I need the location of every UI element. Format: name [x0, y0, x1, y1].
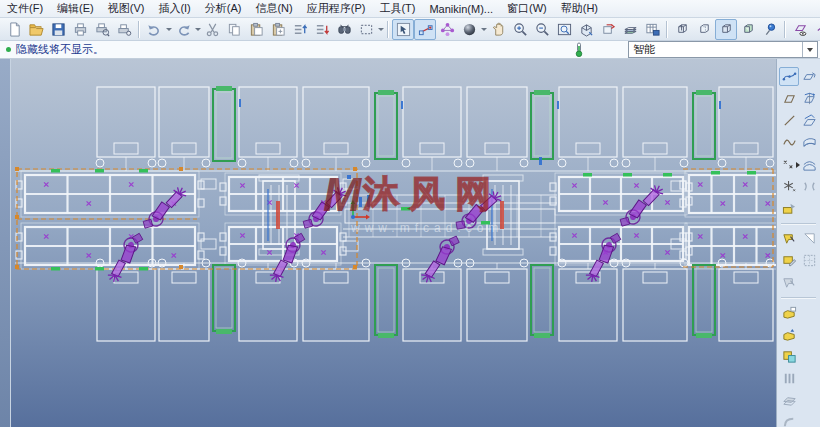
pin-icon[interactable]: [759, 19, 781, 40]
zoom-window-icon[interactable]: [553, 19, 575, 40]
menu-help[interactable]: 帮助(H): [554, 0, 605, 17]
empty-slot: [799, 369, 819, 388]
line-tool-icon[interactable]: [779, 111, 799, 130]
open-folder-icon[interactable]: [25, 19, 47, 40]
measure-surface-icon[interactable]: [789, 19, 811, 40]
curve-tool-icon[interactable]: [779, 133, 799, 152]
empty-slot: [799, 303, 819, 322]
menu-analysis[interactable]: 分析(A): [198, 0, 249, 17]
join-surface-tool-icon[interactable]: [799, 177, 819, 196]
marquee-select-icon[interactable]: [355, 19, 377, 40]
empty-slot: [799, 273, 819, 292]
menu-applications[interactable]: 应用程序(P): [300, 0, 373, 17]
empty-slot: [799, 325, 819, 344]
plane-tool-icon[interactable]: [779, 89, 799, 108]
menu-view[interactable]: 视图(V): [101, 0, 152, 17]
info-bar: 隐藏线将不显示。 智能: [0, 41, 820, 59]
grid-snap-tool-icon[interactable]: [799, 251, 819, 270]
viewpoint-icon[interactable]: [597, 19, 619, 40]
corner-trim-tool-icon[interactable]: [799, 229, 819, 248]
thermometer-icon: [572, 42, 586, 57]
3d-viewport[interactable]: M 沐风网 www.mfcad.com: [11, 59, 776, 427]
sketch-edit-tool-icon[interactable]: [779, 251, 799, 270]
menu-bar: 文件(F) 编辑(E) 视图(V) 插入(I) 分析(A) 信息(N) 应用程序…: [0, 0, 820, 18]
new-document-icon[interactable]: [3, 19, 25, 40]
empty-slot: [799, 391, 819, 410]
message-bullet-icon: [6, 47, 11, 52]
blend-surface-tool-icon[interactable]: [799, 155, 819, 174]
view-shaded-edges-icon[interactable]: [715, 19, 737, 40]
save-icon[interactable]: [47, 19, 69, 40]
path-select-mode-icon[interactable]: [414, 19, 436, 40]
view-hidden-line-icon[interactable]: [693, 19, 715, 40]
pan-hand-icon[interactable]: [487, 19, 509, 40]
work-area: M 沐风网 www.mfcad.com: [0, 59, 820, 427]
graph-view-icon[interactable]: [436, 19, 458, 40]
view-shaded-icon[interactable]: [737, 19, 759, 40]
print-icon[interactable]: [69, 19, 91, 40]
drawing-tools-sidebar: [776, 59, 820, 427]
view-wireframe-icon[interactable]: [671, 19, 693, 40]
sketch-tag-disabled-icon[interactable]: [779, 273, 799, 292]
surface-stack-disabled-icon[interactable]: [779, 391, 799, 410]
cad-application-window: 文件(F) 编辑(E) 视图(V) 插入(I) 分析(A) 信息(N) 应用程序…: [0, 0, 820, 427]
extend-surface-tool-icon[interactable]: [799, 67, 819, 86]
left-panel-strip[interactable]: [0, 59, 11, 427]
menu-file[interactable]: 文件(F): [0, 0, 50, 17]
boolean-tool-icon[interactable]: [779, 347, 799, 366]
rectangle-tool-icon[interactable]: [779, 199, 799, 218]
layers-icon[interactable]: [619, 19, 641, 40]
cad-layout-drawing[interactable]: [11, 59, 776, 427]
select-mode-icon[interactable]: [392, 19, 414, 40]
pocket-tool-icon[interactable]: [779, 325, 799, 344]
point-tool-icon[interactable]: [779, 155, 799, 174]
zoom-in-icon[interactable]: [509, 19, 531, 40]
copy-icon[interactable]: [223, 19, 245, 40]
pad-extrude-tool-icon[interactable]: [779, 303, 799, 322]
zoom-out-icon[interactable]: [531, 19, 553, 40]
empty-slot: [799, 347, 819, 366]
combobox-dropdown-arrow-icon[interactable]: [802, 42, 817, 57]
revolve-surface-tool-icon[interactable]: [799, 89, 819, 108]
status-message: 隐藏线将不显示。: [16, 42, 104, 57]
sketch-tag-tool-icon[interactable]: [779, 229, 799, 248]
paste-icon[interactable]: [245, 19, 267, 40]
sort-list-down-icon[interactable]: [311, 19, 333, 40]
spline-tool-icon[interactable]: [779, 67, 799, 86]
menu-tools[interactable]: 工具(T): [372, 0, 422, 17]
sidebar-separator: [781, 297, 816, 298]
star-point-tool-icon[interactable]: [779, 177, 799, 196]
menu-insert[interactable]: 插入(I): [151, 0, 197, 17]
sort-list-up-icon[interactable]: [289, 19, 311, 40]
sidebar-separator: [781, 223, 816, 224]
undo-icon[interactable]: [143, 19, 165, 40]
menu-edit[interactable]: 编辑(E): [50, 0, 101, 17]
menu-manikin[interactable]: Manikin(M)...: [422, 2, 500, 16]
fit-view-icon[interactable]: [575, 19, 597, 40]
selection-mode-value: 智能: [629, 42, 802, 57]
selection-mode-combobox[interactable]: 智能: [628, 41, 818, 58]
menu-window[interactable]: 窗口(W): [500, 0, 554, 17]
table-export-icon[interactable]: [641, 19, 663, 40]
menu-info[interactable]: 信息(N): [248, 0, 299, 17]
rib-tool-icon[interactable]: [779, 369, 799, 388]
paste-special-icon[interactable]: [267, 19, 289, 40]
redo-icon[interactable]: [172, 19, 194, 40]
render-sphere-icon[interactable]: [458, 19, 480, 40]
empty-slot: [799, 199, 819, 218]
print-preview-icon[interactable]: [91, 19, 113, 40]
cut-icon[interactable]: [201, 19, 223, 40]
measure-line-icon[interactable]: [811, 19, 820, 40]
sweep-surface-tool-icon[interactable]: [799, 111, 819, 130]
empty-slot: [799, 413, 819, 427]
fillet-disabled-icon[interactable]: [779, 413, 799, 427]
find-icon[interactable]: [333, 19, 355, 40]
main-toolbar: ?: [0, 18, 820, 41]
multi-section-surface-tool-icon[interactable]: [799, 133, 819, 152]
print-setup-icon[interactable]: [113, 19, 135, 40]
